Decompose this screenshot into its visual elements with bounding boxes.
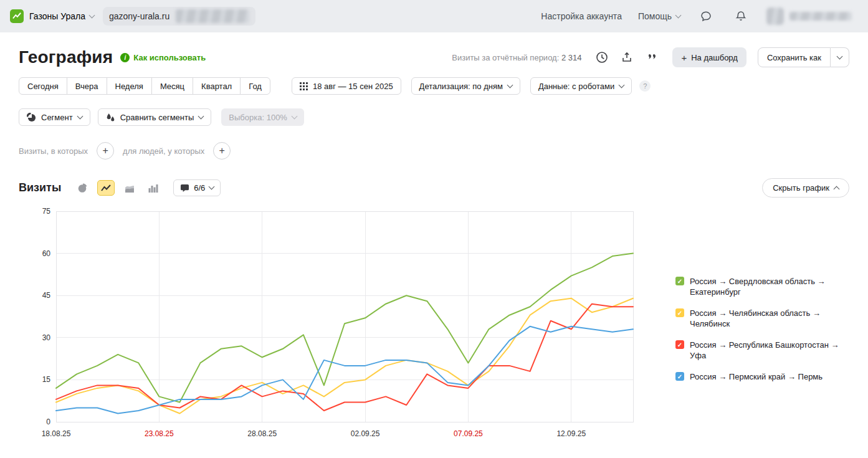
check-icon: ✓ [677,371,682,382]
legend-label: Россия → Свердловская область → Екатерин… [690,276,842,297]
svg-text:60: 60 [42,249,51,258]
segment-dropdown[interactable]: Сегмент [19,108,90,126]
period-tab-year[interactable]: Год [240,77,270,95]
bell-icon[interactable] [732,7,750,26]
check-icon: ✓ [677,276,682,287]
people-condition-label: для людей, у которых [123,146,204,156]
comment-bubble-icon [180,184,189,193]
sampling-dropdown[interactable]: Выборка: 100% [221,108,304,126]
svg-text:75: 75 [42,207,51,216]
legend-item-ekaterinburg[interactable]: ✓ Россия → Свердловская область → Екатер… [675,276,842,297]
check-icon: ✓ [677,340,682,350]
segment-toolbar: Сегмент Сравнить сегменты Выборка: 100% [19,108,849,126]
check-icon: ✓ [677,308,682,318]
chart-type-columns-icon[interactable] [145,180,162,196]
period-segmented-control: Сегодня Вчера Неделя Месяц Квартал Год [19,77,270,95]
svg-text:02.09.25: 02.09.25 [351,429,380,438]
metrica-logo-icon [10,9,24,23]
segment-pie-icon [27,113,36,122]
export-icon[interactable] [618,48,636,67]
calendar-grid-icon [300,82,308,90]
svg-text:15: 15 [42,375,51,384]
comments-dropdown[interactable]: 6/6 [173,179,221,196]
legend-checkbox-checked[interactable]: ✓ [675,277,684,285]
legend-item-chelyabinsk[interactable]: ✓ Россия → Челябинская область → Челябин… [675,308,842,329]
svg-text:45: 45 [42,291,51,300]
legend-label: Россия → Пермский край → Пермь [690,371,823,382]
clock-icon[interactable] [593,48,611,67]
period-toolbar: Сегодня Вчера Неделя Месяц Квартал Год 1… [19,77,849,95]
period-tab-quarter[interactable]: Квартал [193,77,241,95]
legend-checkbox-checked[interactable]: ✓ [675,340,684,349]
period-tab-yesterday[interactable]: Вчера [67,77,107,95]
legend-checkbox-checked[interactable]: ✓ [675,308,684,317]
legend-label: Россия → Челябинская область → Челябинск [690,308,842,329]
chevron-down-icon [507,82,513,88]
svg-text:18.08.25: 18.08.25 [42,429,71,438]
quotes-icon[interactable] [642,48,661,67]
chart-header: Визиты [19,178,849,198]
plus-icon: + [681,52,687,63]
legend-checkbox-checked[interactable]: ✓ [675,372,684,381]
chevron-down-icon [77,113,83,119]
topbar: Газоны Урала gazony-urala.ru Настройка а… [0,0,868,32]
svg-text:23.08.25: 23.08.25 [145,429,174,438]
how-to-use-link[interactable]: i Как использовать [120,53,206,62]
hide-chart-button[interactable]: Скрыть график [762,178,849,198]
svg-text:07.09.25: 07.09.25 [454,429,483,438]
date-range-button[interactable]: 18 авг — 15 сен 2025 [292,77,401,95]
chart-type-line-icon[interactable] [97,180,115,196]
chevron-down-icon [198,113,204,119]
chart-type-stacked-icon[interactable] [121,180,138,196]
legend-item-ufa[interactable]: ✓ Россия → Республика Башкортостан → Уфа [675,340,842,361]
data-mode-dropdown[interactable]: Данные: с роботами [530,77,632,95]
period-tab-today[interactable]: Сегодня [19,77,67,95]
chart-type-pie-icon[interactable] [74,180,91,196]
save-as-button[interactable]: Сохранить как [758,47,831,67]
chevron-down-icon [837,53,843,59]
visits-period-value: 2 314 [561,53,582,62]
visits-period-summary: Визиты за отчётный период: 2 314 [452,53,581,62]
username-redacted [789,12,852,21]
chevron-down-icon [675,12,682,18]
condition-toolbar: Визиты, в которых + для людей, у которых… [19,142,849,160]
detalization-dropdown[interactable]: Детализация: по дням [411,77,520,95]
period-tab-week[interactable]: Неделя [107,77,152,95]
counter-domain[interactable]: gazony-urala.ru [103,7,255,26]
period-tab-month[interactable]: Месяц [151,77,193,95]
domain-text: gazony-urala.ru [109,11,169,21]
compare-segments-dropdown[interactable]: Сравнить сегменты [98,108,212,126]
svg-text:12.09.25: 12.09.25 [556,429,586,438]
chart-area: 0153045607518.08.2523.08.2528.08.2502.09… [19,204,849,439]
svg-text:28.08.25: 28.08.25 [247,429,277,438]
chevron-down-icon [291,113,297,119]
counter-id-redacted [176,9,249,23]
legend-item-perm[interactable]: ✓ Россия → Пермский край → Пермь [675,371,842,382]
page-header: География i Как использовать Визиты за о… [19,47,849,67]
page-title: География [19,47,113,67]
svg-text:30: 30 [42,333,51,342]
info-icon: i [120,53,130,62]
chat-icon[interactable] [697,7,715,26]
counter-name: Газоны Урала [29,11,85,21]
save-as-caret-button[interactable] [831,47,849,67]
legend-label: Россия → Республика Башкортостан → Уфа [690,340,842,361]
add-people-condition-button[interactable]: + [213,142,231,160]
counter-selector[interactable]: Газоны Урала [29,11,94,21]
chart-legend: ✓ Россия → Свердловская область → Екатер… [675,276,842,439]
add-to-dashboard-button[interactable]: + На дашборд [672,47,746,67]
svg-text:0: 0 [46,417,50,426]
user-menu[interactable] [766,7,852,25]
visits-condition-label: Визиты, в которых [19,146,88,156]
account-settings-link[interactable]: Настройка аккаунта [541,11,622,21]
compare-drops-icon [106,113,115,122]
save-as-split-button: Сохранить как [758,47,849,67]
help-menu[interactable]: Помощь [638,11,680,21]
add-visit-condition-button[interactable]: + [97,142,114,160]
chevron-down-icon [89,12,95,18]
visits-line-chart[interactable]: 0153045607518.08.2523.08.2528.08.2502.09… [19,204,636,439]
chevron-down-icon [209,184,215,190]
chevron-up-icon [834,186,840,193]
question-icon[interactable]: ? [639,80,651,92]
avatar [766,7,784,25]
